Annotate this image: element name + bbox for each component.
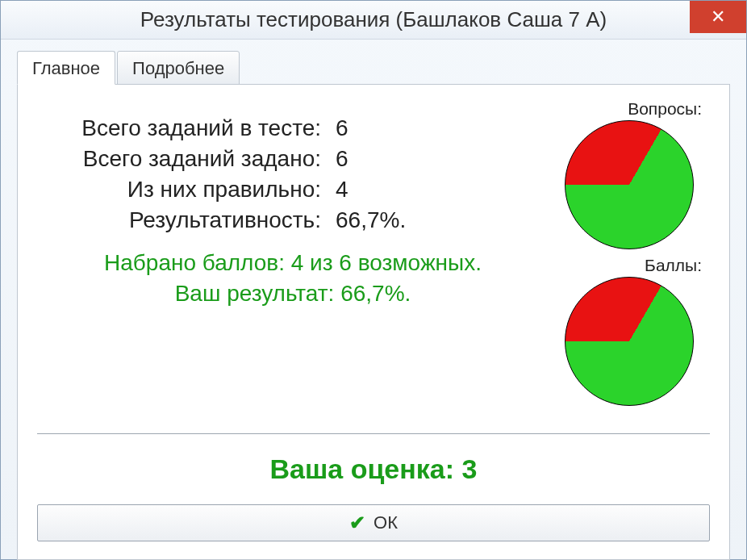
stat-correct-label: Из них правильно:	[37, 177, 336, 203]
stat-total-label: Всего заданий в тесте:	[37, 115, 336, 141]
stats-block: Всего заданий в тесте: 6 Всего заданий з…	[37, 99, 549, 412]
stat-eff-label: Результативность:	[37, 207, 336, 233]
charts-column: Вопросы: Баллы:	[549, 99, 710, 412]
score-block: Набрано баллов: 4 из 6 возможных. Ваш ре…	[37, 248, 549, 309]
tab-panel-main: Всего заданий в тесте: 6 Всего заданий з…	[17, 84, 730, 560]
ok-button[interactable]: ✔ ОК	[37, 504, 710, 541]
dialog-window: Результаты тестирования (Башлаков Саша 7…	[0, 0, 747, 560]
close-icon: ✕	[711, 6, 725, 27]
close-button[interactable]: ✕	[690, 1, 746, 33]
ok-button-label: ОК	[374, 512, 398, 533]
stat-asked-value: 6	[336, 146, 348, 172]
tab-main[interactable]: Главное	[17, 51, 115, 85]
chart-questions-title: Вопросы:	[549, 99, 710, 119]
chart-points-title: Баллы:	[549, 256, 710, 275]
stat-total-value: 6	[336, 115, 348, 141]
pie-chart-questions	[565, 120, 694, 249]
stat-asked-label: Всего заданий задано:	[37, 146, 336, 172]
grade-label: Ваша оценка: 3	[37, 453, 710, 485]
titlebar: Результаты тестирования (Башлаков Саша 7…	[1, 1, 746, 40]
tab-strip: Главное Подробнее	[17, 51, 746, 85]
divider	[37, 433, 710, 434]
window-title: Результаты тестирования (Башлаков Саша 7…	[140, 7, 607, 32]
score-line1: Набрано баллов: 4 из 6 возможных.	[37, 248, 549, 278]
pie-chart-points	[565, 277, 694, 406]
stat-eff-value: 66,7%.	[336, 207, 406, 233]
check-icon: ✔	[349, 512, 365, 534]
score-line2: Ваш результат: 66,7%.	[37, 278, 549, 309]
tab-details[interactable]: Подробнее	[117, 51, 240, 85]
stat-correct-value: 4	[336, 177, 348, 203]
